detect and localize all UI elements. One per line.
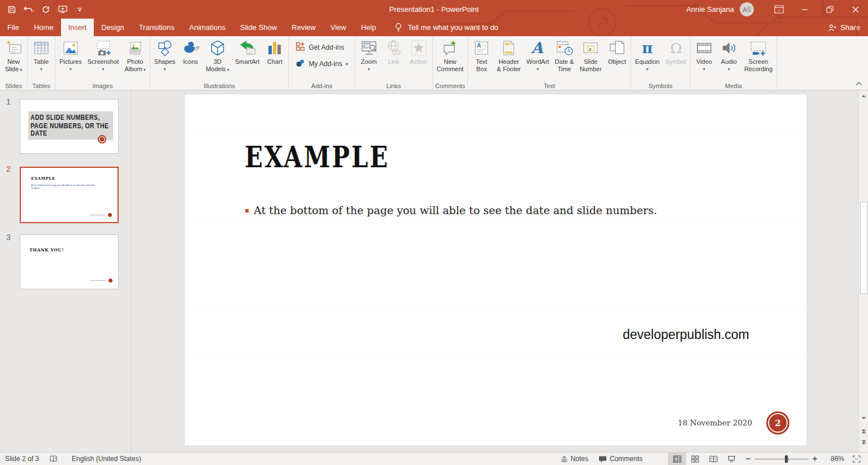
- fit-slide-icon: [853, 455, 861, 463]
- pictures-icon: [62, 39, 80, 57]
- view-normal-button[interactable]: [668, 453, 686, 465]
- tab-slide-show[interactable]: Slide Show: [233, 19, 284, 36]
- customize-qat-button[interactable]: [71, 2, 88, 17]
- smartart-button[interactable]: SmartArt: [232, 37, 262, 80]
- tab-file[interactable]: File: [0, 19, 27, 36]
- tab-view[interactable]: View: [323, 19, 354, 36]
- shapes-button[interactable]: Shapes▾: [151, 37, 178, 80]
- proofing-icon[interactable]: [44, 453, 63, 465]
- slide-1-thumbnail[interactable]: ADD SLIDE NUMBERS, PAGE NUMBERS, OR THE …: [20, 99, 119, 154]
- ribbon-group-label-slides: Slides: [0, 82, 27, 89]
- icons-button[interactable]: Icons: [178, 37, 203, 80]
- view-slideshow-icon: [727, 455, 736, 463]
- close-button[interactable]: [843, 0, 868, 19]
- new-comment-button[interactable]: NewComment: [434, 37, 467, 80]
- text-box-button[interactable]: ATextBox: [469, 37, 494, 80]
- equation-button[interactable]: πEquation▾: [632, 37, 662, 80]
- minimize-button[interactable]: [792, 0, 817, 19]
- tab-review[interactable]: Review: [284, 19, 323, 36]
- notes-button[interactable]: Notes: [555, 453, 593, 465]
- slide-2-thumbnail[interactable]: EXAMPLE At the bottom of the page you wi…: [20, 167, 119, 223]
- screenshot-button-label: Screenshot▾: [88, 58, 119, 73]
- view-normal-icon: [673, 455, 682, 463]
- fit-slide-to-window-button[interactable]: [848, 453, 866, 465]
- zoom-slider-thumb[interactable]: [785, 455, 788, 463]
- slide-3-thumbnail[interactable]: THANK YOU!: [20, 234, 119, 289]
- scroll-up-icon[interactable]: [860, 92, 868, 101]
- lightbulb-icon: [394, 23, 402, 32]
- collapse-ribbon-icon[interactable]: [856, 80, 862, 88]
- view-slide-sorter-button[interactable]: [686, 453, 704, 465]
- slide-date[interactable]: 18 November 2020: [678, 418, 752, 427]
- tell-me-box[interactable]: Tell me what you want to do: [394, 19, 498, 36]
- date-time-button[interactable]: Date &Time: [552, 37, 577, 80]
- slide-title[interactable]: EXAMPLE: [245, 140, 389, 174]
- new-slide-button-label: NewSlide ▾: [5, 58, 23, 73]
- start-from-beginning-button[interactable]: [54, 2, 71, 17]
- slide-1-stamp: [98, 135, 106, 144]
- link-icon: [385, 39, 403, 57]
- photo-album-button[interactable]: PhotoAlbum ▾: [121, 37, 148, 80]
- table-button[interactable]: Table▾: [29, 37, 54, 80]
- undo-button[interactable]: [20, 2, 37, 17]
- comments-icon: [598, 455, 607, 463]
- slide-bullet-item[interactable]: At the bottom of the page you will able …: [245, 204, 657, 216]
- view-reading-button[interactable]: [704, 453, 722, 465]
- object-button[interactable]: Object: [605, 37, 630, 80]
- new-slide-button[interactable]: NewSlide ▾: [1, 37, 26, 80]
- watermark-text[interactable]: developerpublish.com: [623, 327, 749, 342]
- ribbon-group-label-tables: Tables: [28, 82, 55, 89]
- previous-slide-icon[interactable]: [860, 427, 868, 436]
- slide-2-number: 2: [6, 164, 11, 173]
- avatar[interactable]: AS: [740, 2, 754, 16]
- video-button[interactable]: Video▾: [692, 37, 717, 80]
- tab-home[interactable]: Home: [27, 19, 61, 36]
- chart-button[interactable]: Chart: [262, 37, 287, 80]
- wordart-button[interactable]: AWordArt▾: [524, 37, 552, 80]
- pictures-button-label: Pictures▾: [59, 58, 82, 73]
- 3d-models-button[interactable]: 3DModels ▾: [203, 37, 232, 80]
- tab-help[interactable]: Help: [354, 19, 384, 36]
- share-button[interactable]: Share: [828, 19, 860, 36]
- slide-canvas[interactable]: EXAMPLE At the bottom of the page you wi…: [185, 94, 806, 445]
- tab-insert[interactable]: Insert: [61, 19, 94, 36]
- pictures-button[interactable]: Pictures▾: [57, 37, 85, 80]
- get-add-ins-button[interactable]: Get Add-ins: [296, 42, 344, 53]
- redo-button[interactable]: [37, 2, 54, 17]
- audio-button[interactable]: Audio▾: [717, 37, 741, 80]
- ribbon-group-label-text: Text: [468, 82, 630, 89]
- my-add-ins-button[interactable]: My Add-ins▾: [296, 58, 348, 69]
- slide-number-button[interactable]: #SlideNumber: [577, 37, 605, 80]
- view-slideshow-button[interactable]: [722, 453, 740, 465]
- restore-button[interactable]: [817, 0, 843, 19]
- comments-button[interactable]: Comments: [593, 453, 648, 465]
- zoom-button[interactable]: Zoom▾: [357, 37, 381, 80]
- zoom-slider[interactable]: [754, 453, 809, 465]
- zoom-in-button[interactable]: [812, 453, 823, 465]
- scrollbar-thumb[interactable]: [860, 202, 867, 294]
- next-slide-icon[interactable]: [860, 438, 868, 447]
- zoom-percentage[interactable]: 86%: [823, 455, 844, 463]
- ribbon-group-label-comments: Comments: [433, 82, 468, 89]
- user-name[interactable]: Annie Sanjana: [686, 5, 734, 14]
- save-button[interactable]: [3, 2, 20, 17]
- vertical-scrollbar[interactable]: [858, 90, 868, 452]
- screenshot-button[interactable]: Screenshot▾: [85, 37, 122, 80]
- object-button-label: Object: [608, 58, 626, 66]
- chart-button-label: Chart: [267, 58, 283, 66]
- tab-transitions[interactable]: Transitions: [132, 19, 182, 36]
- tab-design[interactable]: Design: [94, 19, 131, 36]
- ribbon-display-options-button[interactable]: [766, 0, 792, 19]
- video-button-label: Video▾: [696, 58, 712, 73]
- slide-number-stamp[interactable]: 2: [766, 411, 789, 434]
- language-indicator[interactable]: English (United States): [67, 453, 146, 465]
- new-comment-icon: [441, 39, 459, 57]
- header-footer-button[interactable]: Header& Footer: [494, 37, 523, 80]
- tab-animations[interactable]: Animations: [182, 19, 233, 36]
- zoom-out-button[interactable]: [740, 453, 751, 465]
- scroll-down-icon[interactable]: [860, 414, 868, 423]
- slide-indicator[interactable]: Slide 2 of 3: [0, 453, 44, 465]
- smartart-icon: [238, 39, 257, 57]
- screen-recording-button[interactable]: ScreenRecording: [741, 37, 775, 80]
- ribbon-group-label-links: Links: [355, 82, 432, 89]
